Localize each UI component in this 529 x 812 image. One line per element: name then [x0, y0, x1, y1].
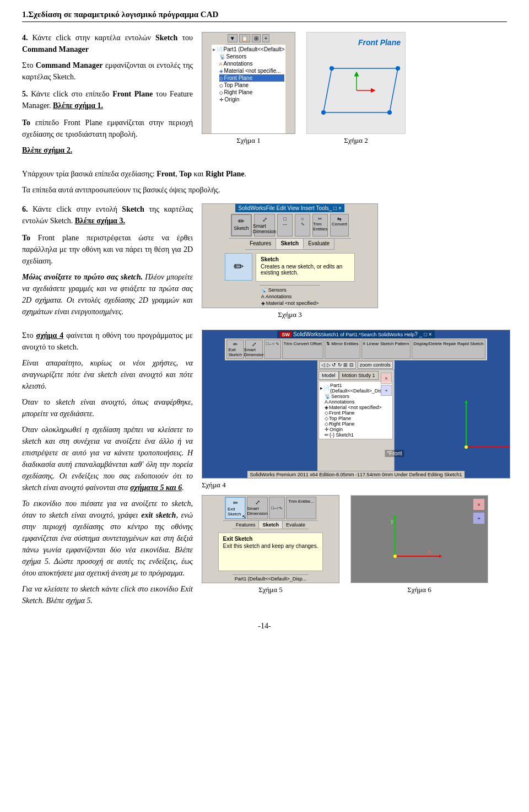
- s4-exit-btn[interactable]: ✏Exit Sketch: [226, 340, 244, 359]
- paragraph-to: Το επίπεδο Front Plane εμφανίζεται στην …: [22, 117, 193, 140]
- schema3-tabs: Features Sketch Evaluate: [245, 239, 334, 250]
- svg-marker-10: [465, 400, 468, 403]
- schema4-toolbar2: ◁ ▷ ↺ ↻ ⊞ ⊟ zoom controls: [317, 361, 395, 370]
- item-6-text: Κάντε click στην εντολή Sketch της καρτέ…: [22, 205, 193, 225]
- figures-row-1-2: ▼ 📋 ⊞ + ▸ 📄 Part1 (Default<<Default>: [202, 32, 507, 145]
- tree-row-7: ✛Origin: [219, 96, 285, 103]
- tree-row-3: ◈Material <not specifie...: [219, 67, 285, 74]
- tree-row-5: ◇Top Plane: [219, 82, 285, 89]
- svg-text:y: y: [391, 518, 393, 524]
- schema5-tooltip: Exit Sketch Exit this sketch and keep an…: [218, 533, 323, 571]
- schema4-canvas-svg: [422, 381, 510, 464]
- schema3-toolbar: ✏ Sketch ⤢ Smart Dimension □— ○∿: [229, 212, 351, 239]
- section-4-row: 4. Κάντε click στην καρτέλα εντολών Sket…: [22, 32, 507, 160]
- tab-features[interactable]: Features: [245, 239, 276, 249]
- status-values: -8.05mm -117.54mm 0mm Under Defined Edit…: [334, 472, 462, 477]
- tab-sketch-active[interactable]: Sketch: [276, 239, 304, 249]
- trim-button[interactable]: ✂Trim Entities: [312, 214, 328, 236]
- tree-row-4-selected: ◇Front Plane: [219, 74, 285, 82]
- schema-6-image: x y × +: [350, 495, 488, 583]
- schema6-plus-icon[interactable]: +: [473, 512, 485, 524]
- s4-tools[interactable]: □–○∿: [264, 340, 280, 359]
- caption-4: Σχήμα 4: [202, 481, 226, 490]
- page-number: -14-: [22, 622, 507, 631]
- smart-dim-button[interactable]: ⤢ Smart Dimension: [254, 214, 275, 236]
- svg-marker-14: [439, 555, 442, 558]
- schema4-toolbar-top: ✏Exit Sketch ⤢Smart Dimension □–○∿ Trim …: [225, 338, 487, 361]
- section-4-text: 4. Κάντε click στην καρτέλα εντολών Sket…: [22, 32, 193, 160]
- s4-display[interactable]: Display/Delete Repair Rapid Sketch: [412, 340, 485, 359]
- figure-6: x y × + Σχήμα 6: [350, 495, 488, 594]
- s5-tooltip-text: Exit this sketch and keep any changes.: [223, 543, 319, 549]
- para-close-sketch: Όταν ολοκληρωθεί η σχεδίαση πρέπει να κλ…: [22, 424, 193, 493]
- section-6-row: 6. Κάντε click στην εντολή Sketch της κα…: [22, 203, 507, 322]
- svg-point-3: [396, 66, 400, 71]
- paragraph-front-plane: Το Front plane περιστρέφεται ώστε να έρθ…: [22, 232, 193, 267]
- schema4-corner-icons: × +: [381, 373, 392, 396]
- schema-1-image: ▼ 📋 ⊞ + ▸ 📄 Part1 (Default<<Default>: [202, 32, 295, 134]
- paragraph-planes2: Τα επίπεδα αυτά αντιπροσωπεύουν τις βασι…: [22, 184, 507, 196]
- schema-3-image: SolidWorks File Edit View Insert Tools _…: [202, 203, 378, 308]
- s4-tree-3: ◈Material <not specified>: [325, 405, 391, 410]
- s4-tab-motion[interactable]: Motion Study 1: [339, 371, 379, 380]
- s4-trim[interactable]: Trim Convert Offset: [282, 340, 323, 359]
- figure-5: ✏ Exit Sketch ↖ ⤢ Smart Dimension □–○∿: [202, 495, 339, 594]
- s4-tab-model[interactable]: Model: [319, 371, 339, 380]
- sketch-tool2[interactable]: ○∿: [295, 214, 310, 236]
- item-6: 6. Κάντε click στην εντολή Sketch της κα…: [22, 203, 193, 227]
- s5-tab-features[interactable]: Features: [233, 521, 260, 529]
- tab-evaluate[interactable]: Evaluate: [304, 239, 334, 249]
- item-4-text2: Στο Command Manager εμφανίζονται οι εντο…: [22, 61, 193, 81]
- figure-4: SW SolidWorks Sketch1 of Part1.* Search …: [202, 330, 510, 490]
- s5-tools[interactable]: □–○∿: [269, 497, 285, 519]
- s5-tab-evaluate[interactable]: Evaluate: [283, 521, 309, 529]
- s4-linear[interactable]: ≡ Linear Sketch Pattern: [361, 340, 411, 359]
- schema-5-image: ✏ Exit Sketch ↖ ⤢ Smart Dimension □–○∿: [202, 495, 339, 583]
- schema-3-area: SolidWorks File Edit View Insert Tools _…: [202, 203, 507, 322]
- front-plane-label: Front Plane: [358, 38, 401, 47]
- sketch-large-icon[interactable]: ✏: [225, 253, 252, 281]
- item-4-number: 4.: [22, 34, 28, 42]
- sketch-tool1[interactable]: □—: [277, 214, 293, 236]
- paragraph-planes: Υπάρχουν τρία βασικά επίπεδα σχεδίασης: …: [22, 168, 507, 180]
- schema-4-image: SW SolidWorks Sketch1 of Part1.* Search …: [202, 330, 510, 478]
- caption-3: Σχήμα 3: [202, 310, 378, 319]
- sketch-button-icon[interactable]: ✏ Sketch: [231, 214, 252, 236]
- front-plane-svg: [312, 46, 401, 129]
- schema3-tree-annotations: AAnnotations: [261, 294, 319, 299]
- s4-tree-7: ✛Origin: [325, 427, 391, 432]
- item-5-text: Κάντε click στο επίπεδο Front Plane του …: [22, 90, 193, 110]
- tooltip-text: Creates a new sketch, or edits an existi…: [261, 264, 350, 276]
- para-close-icon: Για να κλείσετε το sketch κάντε click στ…: [22, 583, 193, 606]
- schema5-footer: Part1 (Default<<Default>_Disp...: [233, 574, 309, 583]
- s4-tree-4: ◇Front Plane: [325, 410, 391, 416]
- s4-tree-5: ◇Top Plane: [325, 416, 391, 421]
- s4-tree-6: ◇Right Plane: [325, 421, 391, 427]
- schema4-icon-x: ×: [381, 373, 392, 384]
- schema6-x-icon[interactable]: ×: [473, 498, 485, 510]
- convert-button[interactable]: ⇆Convert: [330, 214, 349, 236]
- s4-mirror[interactable]: ⇅ Mirror Entities: [325, 340, 360, 359]
- svg-marker-15: [393, 515, 397, 518]
- caption-1: Σχήμα 1: [236, 136, 261, 145]
- s5-tooltip-title: Exit Sketch: [223, 536, 319, 542]
- schema4-titlebar: SW SolidWorks Sketch1 of Part1.* Search …: [277, 330, 434, 338]
- para-exit-icon: Το εικονίδιο που πιέσατε για να ανοίξετε…: [22, 498, 193, 579]
- page-header: 1.Σχεδίαση σε παραμετρικό λογισμικό πρόγ…: [22, 10, 507, 22]
- s5-smart-dim[interactable]: ⤢ Smart Dimension: [247, 497, 268, 519]
- schema4-main: Model Motion Study 1 ▸📄Part1 (Default<<D…: [317, 370, 395, 471]
- tree-row-6: ◇Right Plane: [219, 89, 285, 96]
- s5-exit-btn[interactable]: ✏ Exit Sketch ↖: [225, 497, 246, 519]
- schema1-tree: ▸ 📄 Part1 (Default<<Default> 📡Sensors AA…: [212, 45, 286, 133]
- planes-section: Υπάρχουν τρία βασικά επίπεδα σχεδίασης: …: [22, 168, 507, 196]
- section-6-text: 6. Κάντε click στην εντολή Sketch της κα…: [22, 203, 193, 322]
- svg-point-11: [465, 445, 468, 449]
- item-4-text: Κάντε click στην καρτέλα εντολών Sketch …: [22, 34, 193, 53]
- schema5-toolbar: ✏ Exit Sketch ↖ ⤢ Smart Dimension □–○∿: [223, 496, 318, 521]
- s5-trim[interactable]: Trim Entitie...: [286, 497, 316, 519]
- schema3-tooltip: Sketch Creates a new sketch, or edits an…: [256, 253, 355, 282]
- s4-smart-dim[interactable]: ⤢Smart Dimension: [245, 340, 263, 359]
- schema6-corner-icons: × +: [473, 498, 485, 524]
- figure-1: ▼ 📋 ⊞ + ▸ 📄 Part1 (Default<<Default>: [202, 32, 295, 145]
- s5-tab-sketch[interactable]: Sketch: [259, 521, 283, 529]
